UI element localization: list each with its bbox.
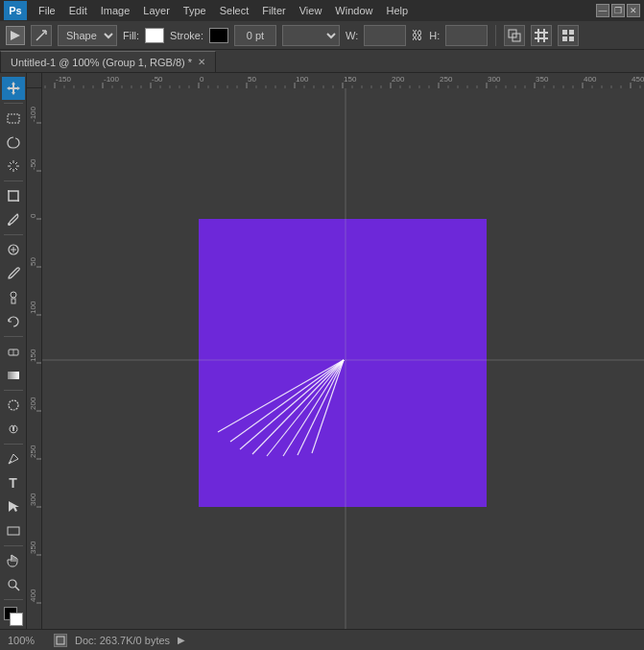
canvas-area bbox=[27, 73, 644, 629]
brush-tool[interactable] bbox=[2, 262, 25, 285]
svg-rect-8 bbox=[543, 29, 545, 42]
menu-image[interactable]: Image bbox=[95, 3, 136, 18]
svg-rect-11 bbox=[562, 36, 567, 41]
shape-mode-dropdown[interactable]: Shape bbox=[58, 25, 117, 46]
canvas-with-vruler bbox=[27, 88, 644, 629]
lasso-tool[interactable] bbox=[2, 131, 25, 154]
tab-bar: Untitled-1 @ 100% (Group 1, RGB/8) * ✕ bbox=[0, 50, 644, 73]
document-tab[interactable]: Untitled-1 @ 100% (Group 1, RGB/8) * ✕ bbox=[0, 51, 216, 72]
height-input[interactable] bbox=[445, 25, 488, 46]
svg-rect-30 bbox=[8, 372, 19, 379]
window-controls: — ❐ ✕ bbox=[596, 4, 640, 17]
restore-button[interactable]: ❐ bbox=[611, 4, 625, 17]
eraser-tool[interactable] bbox=[2, 340, 25, 363]
doc-info-icon[interactable] bbox=[54, 634, 67, 647]
pen-tool[interactable] bbox=[2, 447, 25, 470]
menu-type[interactable]: Type bbox=[178, 3, 212, 18]
width-input[interactable] bbox=[364, 25, 406, 46]
zoom-level: 100% bbox=[8, 635, 46, 646]
menu-layer[interactable]: Layer bbox=[137, 3, 176, 18]
app-logo: Ps bbox=[4, 1, 27, 20]
tool-sep-1 bbox=[4, 103, 23, 104]
menu-bar: Ps File Edit Image Layer Type Select Fil… bbox=[0, 0, 644, 21]
stroke-label: Stroke: bbox=[170, 30, 203, 41]
path-alignment-button[interactable] bbox=[531, 25, 552, 46]
close-button[interactable]: ✕ bbox=[627, 4, 640, 17]
spot-healing-tool[interactable] bbox=[2, 238, 25, 261]
crop-tool[interactable] bbox=[2, 184, 25, 207]
h-label: H: bbox=[429, 30, 440, 41]
type-tool[interactable]: T bbox=[2, 471, 25, 494]
tool-sep-3 bbox=[4, 234, 23, 235]
tab-title: Untitled-1 @ 100% (Group 1, RGB/8) * bbox=[11, 57, 192, 68]
svg-rect-5 bbox=[535, 32, 548, 34]
svg-rect-33 bbox=[8, 527, 19, 535]
hand-tool[interactable] bbox=[2, 549, 25, 572]
magic-wand-tool[interactable] bbox=[2, 155, 25, 178]
fill-color-swatch[interactable] bbox=[145, 28, 164, 43]
history-brush-tool[interactable] bbox=[2, 310, 25, 333]
doc-info: Doc: 263.7K/0 bytes bbox=[75, 635, 170, 646]
svg-line-18 bbox=[10, 162, 12, 164]
menu-view[interactable]: View bbox=[294, 3, 328, 18]
menu-select[interactable]: Select bbox=[214, 3, 255, 18]
tool-sep-2 bbox=[4, 181, 23, 181]
menu-file[interactable]: File bbox=[33, 3, 61, 18]
canvas-viewport[interactable] bbox=[42, 88, 644, 629]
shape-tool[interactable] bbox=[2, 519, 25, 542]
w-label: W: bbox=[346, 30, 358, 41]
fg-bg-colors[interactable] bbox=[2, 605, 25, 628]
tool-sep-8 bbox=[4, 599, 23, 600]
svg-rect-36 bbox=[57, 637, 64, 644]
svg-point-34 bbox=[9, 580, 16, 588]
fill-label: Fill: bbox=[123, 30, 139, 41]
svg-rect-13 bbox=[8, 114, 19, 123]
ruler-top-row bbox=[27, 73, 644, 88]
dodge-tool[interactable] bbox=[2, 418, 25, 441]
blur-tool[interactable] bbox=[2, 394, 25, 417]
svg-line-19 bbox=[15, 168, 17, 170]
svg-rect-6 bbox=[535, 37, 548, 39]
document-canvas[interactable] bbox=[42, 88, 644, 629]
svg-line-35 bbox=[15, 587, 19, 590]
tool-sep-4 bbox=[4, 336, 23, 337]
svg-rect-12 bbox=[569, 36, 574, 41]
svg-line-20 bbox=[15, 162, 17, 164]
svg-line-0 bbox=[36, 31, 46, 40]
link-wh-icon[interactable]: ⛓ bbox=[412, 29, 423, 42]
minimize-button[interactable]: — bbox=[596, 4, 609, 17]
status-bar: 100% Doc: 263.7K/0 bytes ▶ bbox=[0, 629, 644, 650]
gradient-tool[interactable] bbox=[2, 364, 25, 387]
svg-point-26 bbox=[11, 292, 16, 298]
stroke-width-input[interactable] bbox=[234, 25, 276, 46]
brush-angle-icon bbox=[31, 25, 52, 46]
options-bar: Shape Fill: Stroke: W: ⛓ H: bbox=[0, 21, 644, 50]
stroke-color-swatch[interactable] bbox=[209, 28, 228, 43]
zoom-tool[interactable] bbox=[2, 573, 25, 596]
ruler-vertical bbox=[27, 88, 42, 629]
path-select-tool[interactable] bbox=[2, 495, 25, 518]
eyedropper-tool[interactable] bbox=[2, 208, 25, 231]
move-tool[interactable] bbox=[2, 77, 25, 100]
toolbar: T bbox=[0, 73, 27, 629]
clone-stamp-tool[interactable] bbox=[2, 286, 25, 309]
ruler-horizontal bbox=[42, 73, 644, 88]
tool-sep-6 bbox=[4, 444, 23, 445]
tool-sep-5 bbox=[4, 390, 23, 391]
separator-1 bbox=[495, 25, 496, 46]
menu-filter[interactable]: Filter bbox=[256, 3, 291, 18]
status-arrow-button[interactable]: ▶ bbox=[178, 635, 185, 645]
menu-window[interactable]: Window bbox=[329, 3, 378, 18]
tool-preset-icon[interactable] bbox=[6, 26, 25, 45]
tool-sep-7 bbox=[4, 545, 23, 546]
path-operations-button[interactable] bbox=[504, 25, 525, 46]
arrange-button[interactable] bbox=[558, 25, 579, 46]
menu-edit[interactable]: Edit bbox=[63, 3, 93, 18]
menu-help[interactable]: Help bbox=[380, 3, 414, 18]
tab-close-button[interactable]: ✕ bbox=[198, 57, 205, 67]
svg-line-21 bbox=[10, 168, 12, 170]
svg-point-31 bbox=[9, 400, 18, 410]
stroke-type-dropdown[interactable] bbox=[282, 25, 340, 46]
ruler-corner bbox=[27, 73, 42, 88]
marquee-tool[interactable] bbox=[2, 107, 25, 130]
